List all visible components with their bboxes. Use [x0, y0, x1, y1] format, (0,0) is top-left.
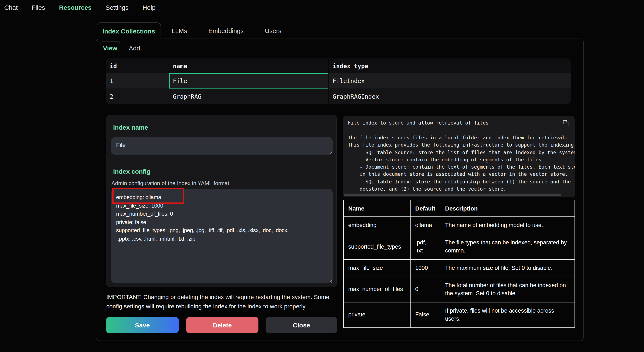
- doc-panel-body: The file index stores files in a local f…: [348, 134, 575, 193]
- params-table: Name Default Description embedding ollam…: [343, 200, 575, 328]
- nav-item-settings[interactable]: Settings: [106, 4, 128, 11]
- tab-users[interactable]: Users: [254, 22, 292, 39]
- param-name: embedding: [344, 217, 410, 234]
- resources-page: Chat Files Resources Settings Help Index…: [0, 0, 644, 352]
- cell-index-type[interactable]: GraphRAGIndex: [329, 89, 571, 104]
- param-name: max_file_size: [344, 260, 410, 276]
- copy-icon-front-square: [564, 122, 569, 126]
- param-description: The file types that can be indexed, sepa…: [440, 234, 575, 260]
- index-config-input[interactable]: embedding: ollama max_file_size: 1000 ma…: [111, 189, 332, 283]
- nav-item-files[interactable]: Files: [32, 4, 45, 11]
- subtab-view[interactable]: View: [100, 41, 120, 55]
- index-form-card: Index name File Index config Admin confi…: [106, 115, 337, 287]
- index-name-label: Index name: [113, 124, 148, 131]
- param-description: The total number of files that can be in…: [440, 276, 575, 302]
- important-note: IMPORTANT: Changing or deleting the inde…: [106, 293, 344, 311]
- doc-panel: File index to store and allow retrieval …: [343, 116, 575, 198]
- param-description: The name of embedding model to use.: [440, 217, 575, 234]
- param-name: private: [344, 302, 410, 328]
- column-header-index-type: index type: [329, 58, 571, 73]
- cell-id[interactable]: 2: [106, 89, 169, 104]
- column-header-name: name: [169, 58, 329, 73]
- index-config-hint: Admin configuration of the Index in YAML…: [112, 180, 229, 186]
- close-button[interactable]: Close: [266, 317, 337, 333]
- cell-name-selected[interactable]: File: [169, 73, 329, 88]
- params-row-supported-file-types: supported_file_types .pdf, .txt The file…: [344, 234, 575, 260]
- collections-table: id name index type 1 File FileIndex 2 Gr…: [106, 58, 571, 104]
- main-tab-bar: Index Collections LLMs Embeddings Users: [96, 22, 292, 39]
- tab-embeddings[interactable]: Embeddings: [198, 22, 254, 39]
- doc-panel-title: File index to store and allow retrieval …: [348, 120, 489, 126]
- param-default: False: [410, 302, 440, 328]
- params-column-default: Default: [410, 200, 440, 217]
- table-row[interactable]: 1 File FileIndex: [106, 73, 571, 88]
- params-column-name: Name: [344, 200, 410, 217]
- action-buttons: Save Delete Close: [106, 317, 337, 333]
- nav-item-chat[interactable]: Chat: [4, 4, 18, 11]
- tab-index-collections[interactable]: Index Collections: [96, 22, 161, 39]
- copy-icon[interactable]: [563, 120, 569, 126]
- params-header-row: Name Default Description: [344, 200, 575, 217]
- cell-id[interactable]: 1: [106, 73, 169, 88]
- params-column-description: Description: [440, 200, 575, 217]
- param-name: supported_file_types: [344, 234, 410, 260]
- cell-index-type[interactable]: FileIndex: [329, 73, 571, 88]
- cell-name[interactable]: GraphRAG: [169, 89, 329, 104]
- subtab-divider: [100, 54, 584, 54]
- param-default: ollama: [410, 217, 440, 234]
- param-default: 1000: [410, 260, 440, 276]
- param-name: max_number_of_files: [344, 276, 410, 302]
- top-nav: Chat Files Resources Settings Help: [4, 4, 156, 11]
- subtab-add[interactable]: Add: [121, 42, 148, 54]
- nav-item-help[interactable]: Help: [142, 4, 156, 11]
- table-row[interactable]: 2 GraphRAG GraphRAGIndex: [106, 88, 571, 104]
- index-config-label: Index config: [113, 168, 150, 175]
- param-default: .pdf, .txt: [410, 234, 440, 260]
- param-default: 0: [410, 276, 440, 302]
- tab-llms[interactable]: LLMs: [161, 22, 198, 39]
- params-row-private: private False If private, files will not…: [344, 302, 575, 328]
- params-row-max-number-of-files: max_number_of_files 0 The total number o…: [344, 276, 575, 302]
- save-button[interactable]: Save: [106, 317, 179, 333]
- params-row-embedding: embedding ollama The name of embedding m…: [344, 217, 575, 234]
- param-description: The maximum size of file. Set 0 to disab…: [440, 260, 575, 276]
- column-header-id: id: [106, 58, 169, 73]
- horizontal-scrollbar-thumb[interactable]: [344, 194, 561, 196]
- param-description: If private, files will not be accessible…: [440, 302, 575, 328]
- nav-item-resources[interactable]: Resources: [59, 4, 92, 11]
- index-name-input[interactable]: File: [111, 137, 332, 154]
- params-row-max-file-size: max_file_size 1000 The maximum size of f…: [344, 260, 575, 276]
- delete-button[interactable]: Delete: [186, 317, 258, 333]
- collections-table-header: id name index type: [106, 58, 571, 73]
